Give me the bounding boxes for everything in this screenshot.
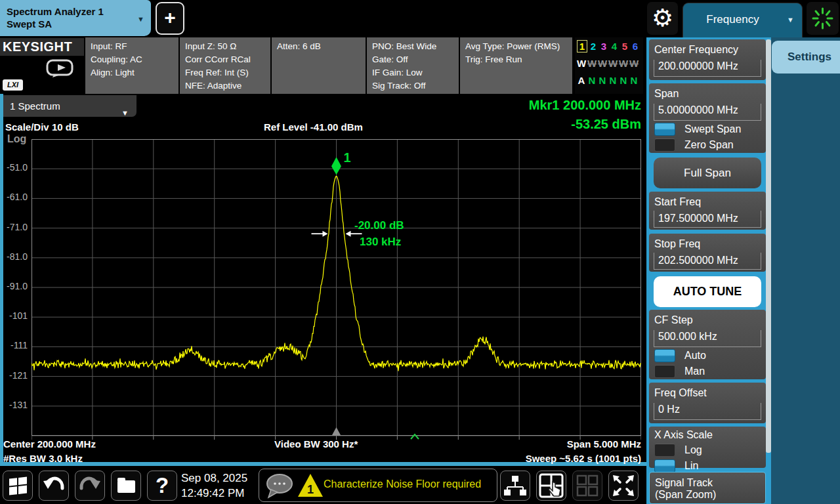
auto-tune-button[interactable]: AUTO TUNE — [654, 276, 761, 307]
alert-status-area[interactable]: 1 Characterize Noise Floor required — [259, 469, 497, 502]
expand-arrows-icon — [609, 471, 638, 500]
x-axis-lin-option[interactable]: Lin — [649, 458, 766, 472]
scale-div-label: Scale/Div 10 dB — [5, 121, 79, 133]
spectrum-plot[interactable]: 1 — [32, 139, 641, 448]
menu-scrollbar[interactable] — [766, 39, 771, 453]
man-toggle-indicator — [654, 365, 675, 378]
time-text: 12:49:42 PM — [181, 486, 259, 501]
value-underline — [654, 330, 761, 347]
signal-track-button[interactable]: Signal Track (Span Zoom) — [649, 472, 766, 504]
window-select-button[interactable] — [536, 471, 566, 501]
gear-icon: ⚙ — [652, 5, 673, 32]
redo-icon — [75, 471, 104, 500]
y-tick-label: -81.0 — [0, 251, 28, 262]
video-bw-annotation: Video BW 300 Hz* — [274, 438, 358, 450]
zero-span-toggle-indicator — [654, 138, 675, 152]
redo-button[interactable] — [75, 471, 105, 501]
center-freq-annotation: Center 200.000 MHz — [3, 438, 96, 450]
menu-selector-label: Frequency — [683, 13, 782, 26]
mode-tab-subtitle: Swept SA — [7, 18, 151, 30]
value-underline — [654, 104, 761, 121]
system-settings-button[interactable]: ⚙ — [647, 2, 678, 35]
windows-logo-icon — [9, 477, 27, 495]
message-bubble-icon — [263, 471, 296, 500]
busy-indicator-button[interactable] — [807, 2, 839, 35]
menu-selector-frequency[interactable]: Frequency ▼ — [682, 3, 803, 37]
date-text: Sep 08, 2025 — [181, 471, 259, 486]
span-button[interactable]: Span 5.00000000 MHz Swept Span Zero Span — [649, 83, 766, 153]
alert-message: Characterize Noise Floor required — [324, 478, 481, 490]
ref-level-label: Ref Level -41.00 dBm — [264, 121, 363, 133]
layout-grid-button[interactable] — [572, 471, 602, 501]
undo-button[interactable] — [39, 471, 69, 501]
header-col-avg[interactable]: Avg Type: Power (RMS) Trig: Free Run — [460, 37, 572, 94]
freq-offset-button[interactable]: Freq Offset 0 Hz — [649, 383, 766, 423]
file-explorer-button[interactable] — [111, 471, 141, 501]
zero-span-option[interactable]: Zero Span — [649, 137, 766, 152]
swept-span-toggle-indicator — [654, 123, 675, 136]
span-annotation: Span 5.000 MHz — [567, 438, 641, 450]
y-tick-label: -131 — [0, 400, 28, 410]
warning-triangle-icon: 1 — [297, 472, 324, 499]
svg-text:1: 1 — [307, 483, 314, 496]
lxi-logo: LXI — [3, 79, 23, 91]
swept-span-option[interactable]: Swept Span — [649, 121, 766, 136]
y-tick-label: -71.0 — [0, 222, 28, 232]
undo-icon — [39, 471, 68, 500]
help-button[interactable]: ? — [147, 471, 177, 501]
header-col-input[interactable]: Input: RF Coupling: AC Align: Light — [85, 37, 178, 94]
spinner-icon — [807, 2, 839, 35]
start-freq-button[interactable]: Start Freq 197.500000 MHz — [649, 192, 766, 230]
tab-settings[interactable]: Settings — [772, 41, 840, 74]
add-mode-button[interactable]: + — [156, 2, 184, 35]
x-axis-scale-button[interactable]: X Axis Scale Log Lin — [649, 427, 766, 468]
cf-step-button[interactable]: CF Step 500.000 kHz Auto Man — [649, 310, 766, 379]
y-tick-label: -61.0 — [0, 192, 28, 202]
folder-icon — [117, 480, 135, 493]
value-underline — [654, 403, 761, 420]
analyzer-screen: Spectrum Analyzer 1 Swept SA ▼ + ⚙ Frequ… — [0, 0, 840, 504]
fullscreen-button[interactable] — [608, 471, 639, 501]
value-underline — [654, 211, 761, 228]
svg-text:1: 1 — [344, 150, 351, 165]
chevron-down-icon: ▼ — [787, 16, 794, 24]
center-frequency-button[interactable]: Center Frequency 200.000000 MHz — [649, 39, 766, 80]
value-underline — [654, 253, 761, 270]
windows-start-button[interactable] — [3, 471, 33, 501]
lin-toggle-indicator — [654, 459, 675, 472]
trace-status-block[interactable]: 12 34 56 WW WW WW AN NN NN — [575, 37, 643, 94]
keysight-logo: KEYSIGHT — [0, 38, 84, 56]
window-selector-dropdown[interactable]: 1 Spectrum ▼ — [3, 95, 136, 117]
y-tick-label: -111 — [0, 340, 28, 350]
y-tick-label: -91.0 — [0, 281, 28, 291]
trace-numbers: 12 34 56 — [575, 37, 643, 54]
auto-toggle-indicator — [654, 349, 675, 362]
bw-annotation-delta: -20.00 dB — [354, 219, 404, 232]
header-col-pno[interactable]: PNO: Best Wide Gate: Off IF Gain: Low Si… — [367, 37, 459, 94]
y-tick-label: -51.0 — [0, 162, 28, 173]
marker-readout-level: -53.25 dBm — [425, 117, 641, 132]
screen-mirror-icon — [46, 59, 75, 77]
full-span-button[interactable]: Full Span — [654, 158, 761, 188]
trace-write-row: WW WW WW — [575, 54, 643, 72]
marker-readout-freq: Mkr1 200.000 MHz — [425, 98, 641, 113]
stop-freq-button[interactable]: Stop Freq 202.500000 MHz — [649, 234, 766, 272]
question-mark-icon: ? — [156, 473, 169, 497]
x-axis-log-option[interactable]: Log — [649, 442, 766, 457]
header-col-atten[interactable]: Atten: 6 dB — [272, 37, 366, 94]
trace-active-row: AN NN NN — [575, 72, 643, 89]
chevron-down-icon: ▼ — [121, 102, 129, 124]
block-diagram-icon — [501, 471, 530, 500]
y-tick-label: -121 — [0, 370, 28, 381]
hand-on-grid-icon — [537, 471, 566, 500]
datetime-display[interactable]: Sep 08, 2025 12:49:42 PM — [181, 471, 259, 501]
block-diagram-button[interactable] — [500, 471, 530, 501]
header-col-inputz[interactable]: Input Z: 50 Ω Corr CCorr RCal Freq Ref: … — [180, 37, 270, 94]
cf-step-auto-option[interactable]: Auto — [649, 348, 766, 362]
mode-tab-swept-sa[interactable]: Spectrum Analyzer 1 Swept SA ▼ — [0, 0, 151, 36]
chevron-down-icon: ▼ — [137, 13, 144, 26]
mode-tab-title: Spectrum Analyzer 1 — [7, 5, 151, 18]
res-bw-annotation: #Res BW 3.0 kHz — [3, 453, 83, 464]
cf-step-man-option[interactable]: Man — [649, 364, 766, 378]
bw-annotation-width: 130 kHz — [360, 236, 401, 249]
